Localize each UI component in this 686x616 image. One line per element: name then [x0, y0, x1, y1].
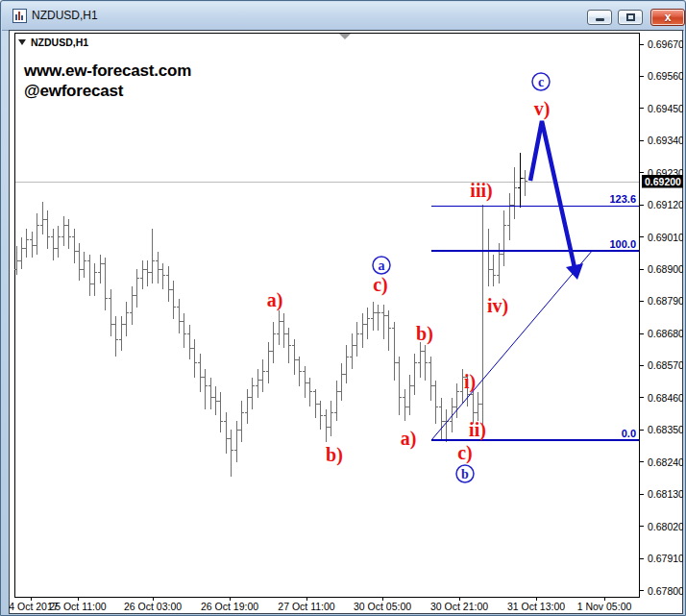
price-tick-label: 0.67910 [648, 553, 683, 564]
price-tick-label: 0.68020 [648, 521, 683, 532]
price-axis[interactable]: 0.696700.695600.694500.693400.692300.691… [639, 38, 683, 597]
wave-label-red[interactable]: a) [267, 289, 283, 311]
fib-label: 0.0 [622, 428, 636, 439]
current-price-box: 0.69200 [642, 175, 683, 188]
time-tick-label: 1 Nov 05:00 [577, 601, 632, 612]
price-tick-label: 0.68130 [648, 488, 683, 500]
price-tick-label: 0.68570 [648, 359, 683, 371]
minimize-button[interactable] [587, 10, 612, 25]
wave-label-red[interactable]: ii) [469, 419, 486, 441]
window-titlebar[interactable]: NZDUSD,H1 x [2, 2, 684, 31]
watermark-line2: @ewforecast [24, 82, 124, 100]
wave-label-letter: c [538, 75, 544, 89]
price-tick-label: 0.68460 [648, 392, 683, 404]
wave-label-red[interactable]: i) [464, 371, 476, 393]
wave-label-letter: b [461, 467, 469, 481]
time-tick-label: 25 Oct 11:00 [49, 601, 107, 612]
fib-label: 123.6 [609, 193, 636, 205]
application-window: NZDUSD,H1 x www.ew-forecast.com@ewforeca… [0, 0, 686, 616]
price-tick-label: 0.68350 [648, 424, 683, 435]
price-tick-label: 0.67800 [648, 585, 683, 597]
close-icon: x [651, 10, 684, 25]
icon-bar [18, 12, 20, 20]
wave-label-red[interactable]: c) [373, 274, 388, 296]
wave-label-red[interactable]: a) [401, 428, 417, 450]
wave-label-red[interactable]: iv) [487, 295, 508, 317]
wave-label-letter: a [379, 259, 385, 273]
price-tick-label: 0.68680 [648, 328, 683, 339]
icon-bar [15, 14, 17, 20]
time-tick-label: 27 Oct 11:00 [278, 601, 335, 612]
time-tick-label: 30 Oct 05:00 [354, 601, 411, 612]
close-button[interactable]: x [650, 9, 685, 26]
time-axis[interactable]: 24 Oct 201725 Oct 11:0026 Oct 03:0026 Oc… [9, 597, 631, 612]
icon-bar [21, 15, 23, 20]
wave-label-red[interactable]: b) [416, 323, 433, 345]
chart-window-icon [12, 9, 27, 23]
window-title: NZDUSD,H1 [32, 9, 98, 22]
maximize-button[interactable] [618, 10, 643, 25]
watermark-line1: www.ew-forecast.com [23, 62, 191, 80]
price-box-value: 0.69200 [645, 176, 681, 187]
time-tick-label: 26 Oct 03:00 [124, 601, 182, 612]
wave-label-red[interactable]: v) [534, 98, 551, 120]
minimize-icon [596, 18, 604, 21]
time-tick-label: 26 Oct 19:00 [201, 601, 258, 612]
price-tick-label: 0.68240 [648, 456, 683, 468]
price-tick-label: 0.69120 [648, 199, 683, 210]
fib-label: 100.0 [609, 238, 636, 250]
maximize-icon [626, 13, 635, 21]
time-tick-label: 31 Oct 13:00 [507, 601, 565, 612]
wave-label-red[interactable]: c) [457, 442, 473, 464]
symbol-label-text: NZDUSD,H1 [31, 37, 88, 48]
price-tick-label: 0.68790 [648, 295, 683, 307]
price-tick-label: 0.68900 [648, 263, 683, 275]
wave-label-red[interactable]: b) [326, 444, 343, 466]
price-tick-label: 0.69450 [648, 103, 683, 114]
price-tick-label: 0.69670 [648, 38, 683, 50]
price-tick-label: 0.69560 [648, 70, 683, 82]
price-tick-label: 0.69340 [648, 135, 683, 146]
chart-canvas[interactable]: www.ew-forecast.com@ewforecastNZDUSD,H11… [9, 30, 683, 614]
price-tick-label: 0.69010 [648, 232, 683, 243]
wave-label-red[interactable]: iii) [470, 180, 492, 202]
chart-panel: www.ew-forecast.com@ewforecastNZDUSD,H11… [9, 30, 683, 614]
time-tick-label: 30 Oct 21:00 [430, 601, 488, 612]
